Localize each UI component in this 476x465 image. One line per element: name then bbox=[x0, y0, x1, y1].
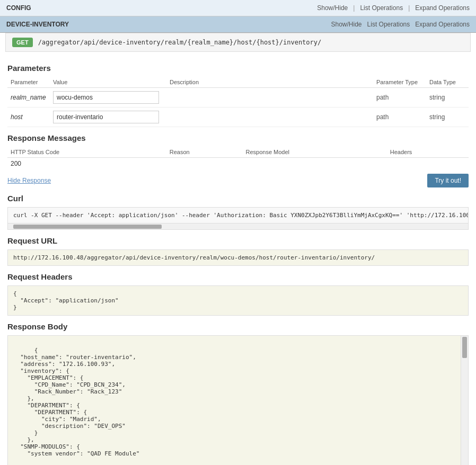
endpoint-path: /aggregator/api/device-inventory/realm/{… bbox=[38, 39, 322, 46]
separator1: | bbox=[353, 4, 355, 12]
device-expand-operations[interactable]: Expand Operations bbox=[415, 21, 470, 28]
param-input[interactable] bbox=[53, 91, 159, 104]
request-headers-content: { "Accept": "application/json" } bbox=[13, 290, 119, 311]
table-row: host path string bbox=[7, 108, 469, 127]
config-show-hide[interactable]: Show/Hide bbox=[317, 4, 348, 12]
col-description: Description bbox=[166, 77, 373, 88]
table-row: 200 bbox=[7, 158, 469, 170]
main-content: Parameters Parameter Value Description P… bbox=[0, 52, 476, 465]
curl-section-title: Curl bbox=[7, 194, 469, 203]
request-url-title: Request URL bbox=[7, 236, 469, 245]
param-desc-cell bbox=[166, 88, 373, 108]
param-name-cell: host bbox=[7, 108, 50, 127]
device-list-operations[interactable]: List Operations bbox=[367, 21, 410, 28]
headers-cell bbox=[387, 158, 469, 170]
col-reason: Reason bbox=[166, 147, 243, 158]
config-label: CONFIG bbox=[6, 4, 31, 12]
param-desc-cell bbox=[166, 108, 373, 127]
response-body-box: { "host_name": "router-inventario", "add… bbox=[7, 335, 469, 465]
response-body-wrapper: { "host_name": "router-inventario", "add… bbox=[7, 335, 469, 465]
response-body-title: Response Body bbox=[7, 322, 469, 331]
request-headers-title: Request Headers bbox=[7, 272, 469, 281]
device-inventory-bar: DEVICE-INVENTORY Show/Hide List Operatio… bbox=[0, 16, 476, 33]
param-datatype-cell: string bbox=[426, 108, 469, 127]
request-url-box: http://172.16.100.48/aggregator/api/devi… bbox=[7, 249, 469, 266]
separator2: | bbox=[408, 4, 410, 12]
param-type-cell: path bbox=[373, 108, 426, 127]
request-headers-box: { "Accept": "application/json" } bbox=[7, 285, 469, 316]
param-name-cell: realm_name bbox=[7, 88, 50, 108]
device-show-hide[interactable]: Show/Hide bbox=[331, 21, 362, 28]
request-url: http://172.16.100.48/aggregator/api/devi… bbox=[13, 254, 375, 261]
endpoint-bar: GET /aggregator/api/device-inventory/rea… bbox=[5, 33, 471, 52]
response-footer: Hide Response Try it out! bbox=[7, 174, 469, 187]
col-value: Value bbox=[50, 77, 166, 88]
response-messages-table: HTTP Status Code Reason Response Model H… bbox=[7, 147, 469, 169]
config-bar: CONFIG Show/Hide | List Operations | Exp… bbox=[0, 0, 476, 16]
reason-cell bbox=[166, 158, 243, 170]
status-code-cell: 200 bbox=[7, 158, 166, 170]
param-value-cell[interactable] bbox=[50, 88, 166, 108]
param-input[interactable] bbox=[53, 111, 159, 123]
param-value-cell[interactable] bbox=[50, 108, 166, 127]
config-bar-actions: Show/Hide | List Operations | Expand Ope… bbox=[317, 4, 470, 12]
col-data-type: Data Type bbox=[426, 77, 469, 88]
response-body-content: { "host_name": "router-inventario", "add… bbox=[13, 347, 139, 457]
curl-content: curl -X GET --header 'Accept: applicatio… bbox=[13, 212, 469, 219]
response-body-scrollbar[interactable] bbox=[461, 336, 468, 465]
config-list-operations[interactable]: List Operations bbox=[360, 4, 403, 12]
http-method-badge: GET bbox=[12, 38, 33, 47]
try-it-button[interactable]: Try it out! bbox=[427, 174, 469, 187]
config-expand-operations[interactable]: Expand Operations bbox=[415, 4, 470, 12]
param-datatype-cell: string bbox=[426, 88, 469, 108]
col-headers: Headers bbox=[387, 147, 469, 158]
col-parameter-type: Parameter Type bbox=[373, 77, 426, 88]
curl-box: curl -X GET --header 'Accept: applicatio… bbox=[7, 207, 469, 223]
param-type-cell: path bbox=[373, 88, 426, 108]
curl-scrollbar-thumb bbox=[13, 225, 162, 229]
parameters-table: Parameter Value Description Parameter Ty… bbox=[7, 77, 469, 127]
col-parameter: Parameter bbox=[7, 77, 50, 88]
response-messages-title: Response Messages bbox=[7, 133, 469, 142]
col-http-status: HTTP Status Code bbox=[7, 147, 166, 158]
curl-scrollbar[interactable] bbox=[7, 223, 469, 230]
col-response-model: Response Model bbox=[242, 147, 386, 158]
response-model-cell bbox=[242, 158, 386, 170]
device-inventory-bar-actions: Show/Hide List Operations Expand Operati… bbox=[331, 21, 470, 28]
table-row: realm_name path string bbox=[7, 88, 469, 108]
parameters-section-title: Parameters bbox=[7, 64, 469, 73]
hide-response-link[interactable]: Hide Response bbox=[7, 177, 51, 184]
device-inventory-label: DEVICE-INVENTORY bbox=[6, 21, 69, 28]
response-body-scrollbar-thumb bbox=[462, 337, 467, 358]
